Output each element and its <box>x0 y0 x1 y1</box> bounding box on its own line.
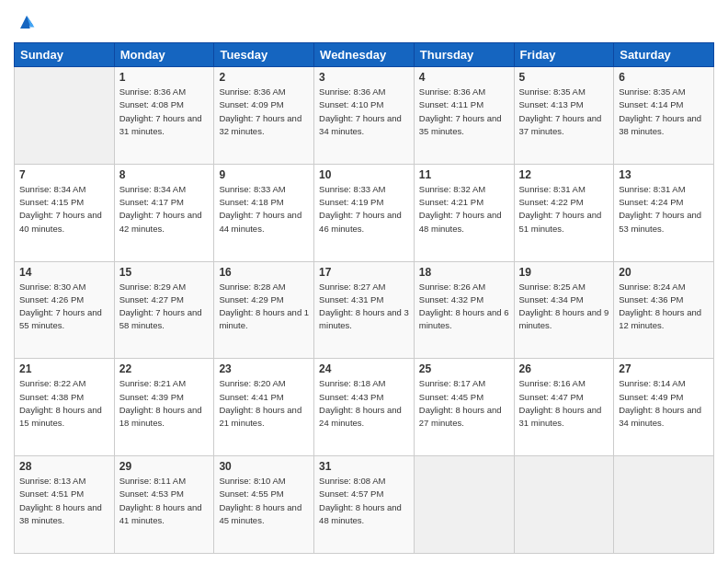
day-number: 19 <box>519 266 609 279</box>
sunset: Sunset: 4:41 PM <box>219 392 283 402</box>
sunset: Sunset: 4:26 PM <box>19 294 84 304</box>
calendar-cell: 17Sunrise: 8:27 AMSunset: 4:31 PMDayligh… <box>314 261 415 359</box>
sunrise: Sunrise: 8:27 AM <box>319 282 385 292</box>
sunrise: Sunrise: 8:21 AM <box>119 378 186 388</box>
sunrise: Sunrise: 8:25 AM <box>519 282 586 292</box>
calendar-cell: 26Sunrise: 8:16 AMSunset: 4:47 PMDayligh… <box>514 359 614 456</box>
day-info: Sunrise: 8:11 AMSunset: 4:53 PMDaylight:… <box>119 475 210 527</box>
calendar-cell: 30Sunrise: 8:10 AMSunset: 4:55 PMDayligh… <box>214 456 314 554</box>
calendar-cell: 18Sunrise: 8:26 AMSunset: 4:32 PMDayligh… <box>414 261 514 359</box>
daylight: Daylight: 8 hours and 3 minutes. <box>319 307 409 330</box>
daylight: Daylight: 8 hours and 15 minutes. <box>19 405 102 428</box>
sunset: Sunset: 4:57 PM <box>319 488 383 499</box>
sunset: Sunset: 4:08 PM <box>119 99 184 109</box>
day-info: Sunrise: 8:29 AMSunset: 4:27 PMDaylight:… <box>119 281 210 333</box>
daylight: Daylight: 8 hours and 9 minutes. <box>519 307 609 330</box>
day-info: Sunrise: 8:35 AMSunset: 4:13 PMDaylight:… <box>519 86 609 138</box>
day-info: Sunrise: 8:27 AMSunset: 4:31 PMDaylight:… <box>319 281 409 333</box>
day-info: Sunrise: 8:28 AMSunset: 4:29 PMDaylight:… <box>219 281 309 333</box>
sunset: Sunset: 4:14 PM <box>619 99 683 109</box>
day-info: Sunrise: 8:33 AMSunset: 4:19 PMDaylight:… <box>319 183 409 236</box>
calendar-body: 1Sunrise: 8:36 AMSunset: 4:08 PMDaylight… <box>15 67 714 554</box>
daylight: Daylight: 7 hours and 51 minutes. <box>519 210 602 233</box>
day-info: Sunrise: 8:13 AMSunset: 4:51 PMDaylight:… <box>19 475 109 527</box>
sunrise: Sunrise: 8:20 AM <box>219 378 285 388</box>
day-info: Sunrise: 8:10 AMSunset: 4:55 PMDaylight:… <box>219 475 309 527</box>
daylight: Daylight: 7 hours and 44 minutes. <box>219 210 301 233</box>
day-info: Sunrise: 8:18 AMSunset: 4:43 PMDaylight:… <box>319 377 409 430</box>
sunset: Sunset: 4:13 PM <box>519 99 584 109</box>
calendar-cell: 19Sunrise: 8:25 AMSunset: 4:34 PMDayligh… <box>514 261 614 359</box>
day-info: Sunrise: 8:22 AMSunset: 4:38 PMDaylight:… <box>19 377 109 430</box>
weekday-header: Monday <box>114 43 214 67</box>
day-number: 25 <box>419 362 509 375</box>
day-info: Sunrise: 8:26 AMSunset: 4:32 PMDaylight:… <box>419 281 509 333</box>
daylight: Daylight: 7 hours and 31 minutes. <box>119 113 202 136</box>
daylight: Daylight: 7 hours and 53 minutes. <box>619 210 701 233</box>
calendar-cell: 3Sunrise: 8:36 AMSunset: 4:10 PMDaylight… <box>314 67 415 165</box>
sunset: Sunset: 4:18 PM <box>219 197 283 207</box>
daylight: Daylight: 7 hours and 40 minutes. <box>19 210 102 233</box>
day-number: 13 <box>619 168 709 181</box>
day-info: Sunrise: 8:08 AMSunset: 4:57 PMDaylight:… <box>319 475 409 527</box>
sunrise: Sunrise: 8:22 AM <box>19 378 85 388</box>
daylight: Daylight: 7 hours and 42 minutes. <box>119 210 202 233</box>
day-number: 28 <box>19 460 109 473</box>
sunrise: Sunrise: 8:29 AM <box>119 282 186 292</box>
calendar-cell: 31Sunrise: 8:08 AMSunset: 4:57 PMDayligh… <box>314 456 415 554</box>
day-info: Sunrise: 8:24 AMSunset: 4:36 PMDaylight:… <box>619 281 709 333</box>
calendar-cell: 12Sunrise: 8:31 AMSunset: 4:22 PMDayligh… <box>514 164 614 261</box>
sunset: Sunset: 4:49 PM <box>619 392 683 402</box>
sunrise: Sunrise: 8:13 AM <box>19 476 85 486</box>
day-number: 2 <box>219 71 309 84</box>
sunset: Sunset: 4:09 PM <box>219 99 283 109</box>
logo <box>14 13 43 35</box>
calendar-cell: 25Sunrise: 8:17 AMSunset: 4:45 PMDayligh… <box>414 359 514 456</box>
day-info: Sunrise: 8:21 AMSunset: 4:39 PMDaylight:… <box>119 377 210 430</box>
daylight: Daylight: 7 hours and 35 minutes. <box>419 113 502 136</box>
sunrise: Sunrise: 8:14 AM <box>619 378 685 388</box>
sunset: Sunset: 4:43 PM <box>319 392 383 402</box>
sunrise: Sunrise: 8:34 AM <box>119 184 186 194</box>
sunset: Sunset: 4:19 PM <box>319 197 383 207</box>
sunset: Sunset: 4:27 PM <box>119 294 184 304</box>
calendar-cell: 6Sunrise: 8:35 AMSunset: 4:14 PMDaylight… <box>614 67 714 165</box>
sunset: Sunset: 4:31 PM <box>319 294 383 304</box>
sunset: Sunset: 4:29 PM <box>219 294 283 304</box>
calendar-cell: 29Sunrise: 8:11 AMSunset: 4:53 PMDayligh… <box>114 456 214 554</box>
day-number: 9 <box>219 168 309 181</box>
daylight: Daylight: 8 hours and 38 minutes. <box>19 502 102 525</box>
calendar-header: SundayMondayTuesdayWednesdayThursdayFrid… <box>15 43 714 67</box>
day-info: Sunrise: 8:36 AMSunset: 4:11 PMDaylight:… <box>419 86 509 138</box>
daylight: Daylight: 7 hours and 58 minutes. <box>119 307 202 330</box>
day-info: Sunrise: 8:36 AMSunset: 4:09 PMDaylight:… <box>219 86 309 138</box>
calendar-cell: 28Sunrise: 8:13 AMSunset: 4:51 PMDayligh… <box>15 456 115 554</box>
day-info: Sunrise: 8:32 AMSunset: 4:21 PMDaylight:… <box>419 183 509 236</box>
sunset: Sunset: 4:34 PM <box>519 294 584 304</box>
weekday-header: Tuesday <box>214 43 314 67</box>
calendar-cell: 1Sunrise: 8:36 AMSunset: 4:08 PMDaylight… <box>114 67 214 165</box>
sunset: Sunset: 4:53 PM <box>119 488 184 499</box>
sunrise: Sunrise: 8:26 AM <box>419 282 485 292</box>
sunset: Sunset: 4:32 PM <box>419 294 483 304</box>
daylight: Daylight: 7 hours and 55 minutes. <box>19 307 102 330</box>
day-number: 4 <box>419 71 509 84</box>
sunset: Sunset: 4:55 PM <box>219 488 283 499</box>
day-number: 24 <box>319 362 409 375</box>
day-number: 18 <box>419 266 509 279</box>
calendar-cell: 27Sunrise: 8:14 AMSunset: 4:49 PMDayligh… <box>614 359 714 456</box>
calendar-week-row: 14Sunrise: 8:30 AMSunset: 4:26 PMDayligh… <box>15 261 714 359</box>
weekday-header: Saturday <box>614 43 714 67</box>
calendar-cell: 8Sunrise: 8:34 AMSunset: 4:17 PMDaylight… <box>114 164 214 261</box>
sunset: Sunset: 4:11 PM <box>419 99 483 109</box>
sunset: Sunset: 4:24 PM <box>619 197 683 207</box>
daylight: Daylight: 8 hours and 34 minutes. <box>619 405 701 428</box>
calendar-cell <box>15 67 115 165</box>
sunrise: Sunrise: 8:30 AM <box>19 282 85 292</box>
calendar-cell: 23Sunrise: 8:20 AMSunset: 4:41 PMDayligh… <box>214 359 314 456</box>
day-number: 31 <box>319 460 409 473</box>
weekday-row: SundayMondayTuesdayWednesdayThursdayFrid… <box>15 43 714 67</box>
daylight: Daylight: 8 hours and 48 minutes. <box>319 502 402 525</box>
day-info: Sunrise: 8:33 AMSunset: 4:18 PMDaylight:… <box>219 183 309 236</box>
calendar-cell: 2Sunrise: 8:36 AMSunset: 4:09 PMDaylight… <box>214 67 314 165</box>
